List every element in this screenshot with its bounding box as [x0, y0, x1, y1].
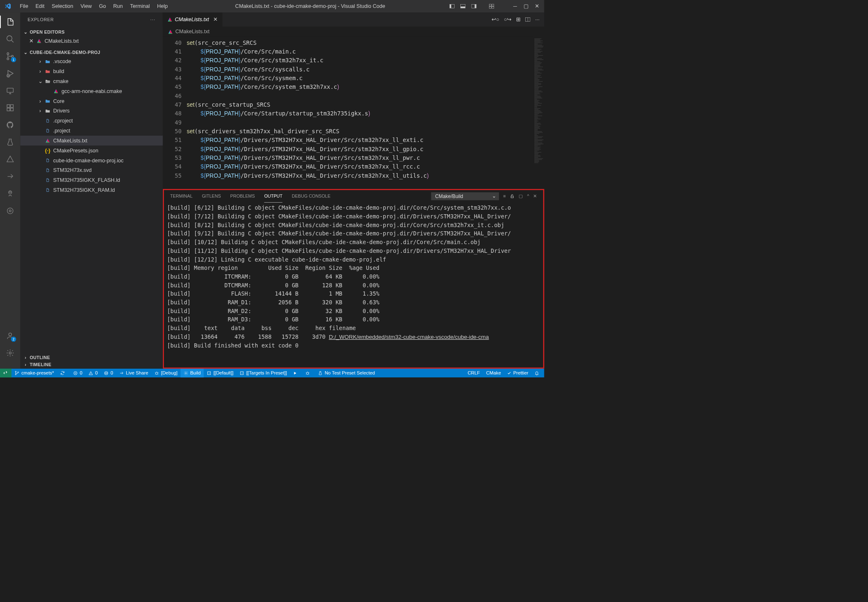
compare-icon[interactable]: ⊞: [516, 17, 521, 23]
tree-file-STM32H735IGKX_RAM.ld[interactable]: STM32H735IGKX_RAM.ld: [20, 185, 163, 195]
clear-output-icon[interactable]: ▢: [519, 193, 523, 199]
tree-item-label: Drivers: [53, 108, 70, 114]
close-icon[interactable]: ✕: [29, 38, 34, 44]
svg-point-36: [185, 372, 187, 374]
close-button[interactable]: ✕: [534, 3, 540, 10]
minimize-button[interactable]: ─: [512, 3, 518, 9]
svg-rect-1: [450, 5, 451, 8]
panel-tab-output[interactable]: OUTPUT: [264, 193, 283, 202]
tree-item-label: .cproject: [53, 118, 73, 124]
explorer-icon[interactable]: [5, 17, 15, 27]
panel-maximize-icon[interactable]: ^: [527, 193, 529, 199]
panel-tab-terminal[interactable]: TERMINAL: [170, 193, 192, 199]
menu-selection[interactable]: Selection: [49, 2, 76, 11]
timeline-section[interactable]: ›TIMELINE: [20, 361, 163, 369]
go-forward-icon[interactable]: ○↪: [504, 17, 511, 23]
status-item-crlf[interactable]: CRLF: [465, 369, 483, 377]
cmake-icon[interactable]: [5, 154, 15, 164]
menu-view[interactable]: View: [77, 2, 95, 11]
search-icon[interactable]: [5, 34, 15, 44]
go-back-icon[interactable]: ↩○: [492, 17, 499, 23]
menu-help[interactable]: Help: [154, 2, 171, 11]
panel-close-icon[interactable]: ✕: [533, 193, 537, 199]
menu-go[interactable]: Go: [96, 2, 109, 11]
chevron-icon: ›: [38, 59, 42, 64]
status-item-live-share[interactable]: Live Share: [116, 369, 152, 377]
chevron-icon: ›: [38, 69, 42, 74]
layout-customize-icon[interactable]: [489, 4, 495, 9]
open-editors-label: OPEN EDITORS: [30, 29, 64, 35]
gitlens-icon[interactable]: [5, 206, 15, 216]
menu-file[interactable]: File: [17, 2, 31, 11]
tree-item-label: STM32H73x.svd: [53, 167, 92, 173]
layout-left-icon[interactable]: [450, 4, 456, 9]
tree-file-.cproject[interactable]: .cproject: [20, 116, 163, 126]
filter-icon[interactable]: ≡: [503, 193, 506, 199]
tree-file-STM32H735IGKX_FLASH.ld[interactable]: STM32H735IGKX_FLASH.ld: [20, 175, 163, 185]
lock-scroll-icon[interactable]: [510, 194, 514, 198]
status-item-bug2[interactable]: [302, 369, 315, 377]
tree-file-STM32H73x.svd[interactable]: STM32H73x.svd: [20, 165, 163, 175]
tree-file-CMakeLists.txt[interactable]: CMakeLists.txt: [20, 136, 163, 146]
layout-right-icon[interactable]: [471, 4, 477, 9]
tree-folder-Core[interactable]: ›Core: [20, 96, 163, 106]
status-item-build[interactable]: Build: [181, 369, 204, 377]
tree-file-CMakePresets.json[interactable]: {·}CMakePresets.json: [20, 145, 163, 155]
more-actions-icon[interactable]: ···: [535, 17, 539, 22]
panel-tab-debug-console[interactable]: DEBUG CONSOLE: [292, 193, 330, 199]
breadcrumb[interactable]: CMakeLists.txt: [163, 27, 544, 37]
tree-file-cube-ide-cmake-demo-proj.ioc[interactable]: cube-ide-cmake-demo-proj.ioc: [20, 155, 163, 165]
source-control-icon[interactable]: 1: [5, 51, 15, 61]
split-editor-icon[interactable]: [525, 17, 531, 22]
open-editors-section[interactable]: ⌄OPEN EDITORS: [20, 28, 163, 36]
github-icon[interactable]: [5, 120, 15, 130]
status-item-sync[interactable]: [57, 369, 70, 377]
minimap[interactable]: [533, 37, 544, 189]
tree-folder-.vscode[interactable]: ›.vscode: [20, 56, 163, 66]
tree-folder-Drivers[interactable]: ›Drivers: [20, 106, 163, 116]
live-share-icon[interactable]: [5, 171, 15, 182]
close-tab-icon[interactable]: ✕: [213, 17, 218, 23]
explorer-more-icon[interactable]: ···: [150, 17, 156, 22]
panel-tab-problems[interactable]: PROBLEMS: [230, 193, 255, 199]
folder-root-section[interactable]: ⌄CUBE-IDE-CMAKE-DEMO-PROJ: [20, 49, 163, 56]
status-item-0[interactable]: 0: [86, 369, 101, 377]
testing-icon[interactable]: [5, 137, 15, 147]
accounts-icon[interactable]: 2: [5, 330, 15, 341]
status-item-cmake[interactable]: CMake: [483, 369, 504, 377]
code-editor[interactable]: 40414243444546474849505152535455 set(src…: [163, 37, 544, 189]
tree-folder-cmake[interactable]: ⌄cmake: [20, 76, 163, 86]
remote-explorer-icon[interactable]: [5, 86, 15, 96]
status-item-bell[interactable]: [531, 369, 544, 377]
status-item-no-test-preset-selected[interactable]: No Test Preset Selected: [315, 369, 378, 377]
panel-tab-gitlens[interactable]: GITLENS: [202, 193, 221, 199]
editor-tab[interactable]: CMakeLists.txt ✕: [163, 12, 223, 27]
tree-folder-build[interactable]: ›build: [20, 66, 163, 76]
status-item-cmake-presets-[interactable]: cmake-presets*: [12, 369, 57, 377]
status-remote[interactable]: [0, 369, 12, 377]
output-content[interactable]: [build] [6/12] Building C object CMakeFi…: [164, 203, 543, 368]
menu-edit[interactable]: Edit: [32, 2, 48, 11]
settings-gear-icon[interactable]: [5, 348, 15, 358]
code-content[interactable]: set(src_core_src_SRCS ${PROJ_PATH}/Core/…: [187, 37, 544, 189]
status-item-0[interactable]: 0: [70, 369, 86, 377]
run-debug-icon[interactable]: [5, 68, 15, 78]
svg-rect-7: [492, 4, 494, 6]
status-item-0[interactable]: 0: [101, 369, 116, 377]
extensions-icon[interactable]: [5, 103, 15, 113]
maximize-button[interactable]: ▢: [523, 3, 529, 10]
status-item--debug-[interactable]: [Debug]: [151, 369, 180, 377]
status-item-play[interactable]: [290, 369, 302, 377]
open-editor-item[interactable]: ✕ CMakeLists.txt: [20, 36, 163, 46]
status-item--targets-in-preset-[interactable]: [[Targets In Preset]]: [236, 369, 290, 377]
menu-run[interactable]: Run: [110, 2, 126, 11]
status-item--default-[interactable]: [[Default]]: [204, 369, 236, 377]
platformio-icon[interactable]: [5, 188, 15, 199]
tree-file-.project[interactable]: .project: [20, 126, 163, 136]
menu-terminal[interactable]: Terminal: [127, 2, 153, 11]
output-channel-select[interactable]: CMake/Build: [431, 192, 499, 200]
tree-file-gcc-arm-none-eabi.cmake[interactable]: gcc-arm-none-eabi.cmake: [20, 86, 163, 96]
outline-section[interactable]: ›OUTLINE: [20, 354, 163, 362]
status-item-prettier[interactable]: Prettier: [504, 369, 531, 377]
layout-bottom-icon[interactable]: [460, 4, 467, 9]
